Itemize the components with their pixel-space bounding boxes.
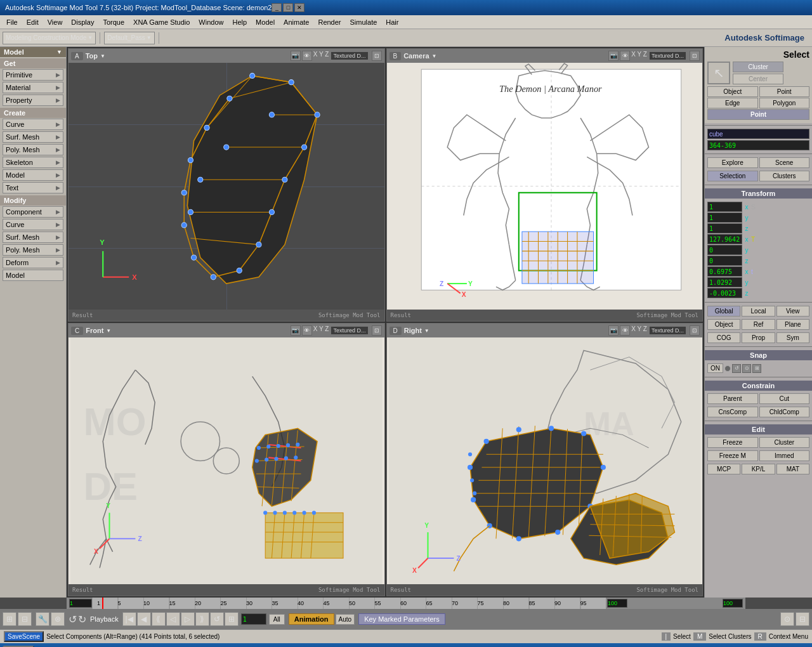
tz-t-input[interactable]: [707, 256, 742, 266]
menu-xna[interactable]: XNA Game Studio: [129, 17, 193, 27]
timeline-end-input[interactable]: [607, 599, 627, 608]
ty-input[interactable]: [707, 212, 742, 223]
poly-mesh-modify-button[interactable]: Poly. Mesh ▶: [3, 244, 63, 256]
viewport-camera-content[interactable]: The Demon | Arcana Manor Y: [387, 63, 703, 310]
curve-create-button[interactable]: Curve ▶: [3, 119, 63, 130]
global-button[interactable]: Global: [707, 306, 740, 317]
model-create-button[interactable]: Model ▶: [3, 169, 63, 181]
scene-button[interactable]: Scene: [759, 157, 810, 168]
camera-icon[interactable]: 📷: [291, 51, 301, 61]
ref-button[interactable]: Ref: [742, 319, 775, 330]
default-pass-dropdown[interactable]: Default_Pass ▼: [104, 32, 154, 44]
parent-button[interactable]: Parent: [707, 393, 758, 404]
view-button[interactable]: View: [776, 306, 809, 317]
ry-input[interactable]: [707, 277, 742, 287]
viewport-camera[interactable]: B Camera ▼ 📷 👁 X Y Z Textured D... ⊡: [386, 48, 704, 322]
plane-button[interactable]: Plane: [776, 319, 809, 330]
sym-button[interactable]: Sym: [776, 332, 809, 343]
menu-file[interactable]: File: [3, 17, 22, 27]
snap-icon-1[interactable]: ⊙: [742, 364, 751, 373]
object-ref-button[interactable]: Object: [707, 319, 740, 330]
object-name-input[interactable]: [707, 129, 809, 139]
cog-button[interactable]: COG: [707, 332, 740, 343]
prop-button[interactable]: Prop: [742, 332, 775, 343]
menu-render[interactable]: Render: [314, 17, 344, 27]
component-button[interactable]: Component ▶: [3, 206, 63, 218]
forward-icon[interactable]: ↻: [78, 613, 86, 625]
freeze-m-button[interactable]: Freeze M: [707, 450, 758, 461]
menu-hair[interactable]: Hair: [382, 17, 402, 27]
surf-mesh-modify-button[interactable]: Surf. Mesh ▶: [3, 232, 63, 243]
surf-mesh-create-button[interactable]: Surf. Mesh ▶: [3, 131, 63, 143]
menu-display[interactable]: Display: [67, 17, 98, 27]
rx-input[interactable]: [707, 266, 742, 277]
cluster2-button[interactable]: Cluster: [759, 437, 810, 448]
modeling-mode-dropdown[interactable]: Modeling Construction Mode ▼: [3, 32, 96, 44]
mat-button[interactable]: MAT: [776, 464, 809, 474]
menu-simulate[interactable]: Simulate: [346, 17, 381, 27]
polygon-button[interactable]: Polygon: [759, 98, 810, 108]
timeline-ruler-inner[interactable]: 1 5 10 15 20 25 30 35 40 45 50 55 60 65 …: [92, 598, 606, 609]
rz-input[interactable]: [707, 288, 742, 298]
coord-display-input[interactable]: [707, 140, 809, 150]
snap-rotate-icon[interactable]: ↺: [732, 364, 741, 373]
viewport-front-content[interactable]: MO DE: [69, 337, 384, 584]
tray-icon-1[interactable]: ⊙: [780, 612, 794, 626]
snap-on-button[interactable]: ON: [707, 363, 723, 373]
cnscomp-button[interactable]: CnsComp: [707, 407, 758, 417]
cut-button[interactable]: Cut: [759, 393, 810, 404]
clusters-button[interactable]: Clusters: [759, 171, 810, 181]
material-button[interactable]: Material ▶: [3, 82, 63, 93]
play-forward-button[interactable]: ▷: [181, 612, 195, 626]
expand4-icon[interactable]: ⊡: [690, 325, 700, 336]
viewport-right[interactable]: D Right ▼ 📷 👁 X Y Z Textured D... ⊡ MA: [386, 323, 704, 596]
menu-window[interactable]: Window: [195, 17, 227, 27]
point-button[interactable]: Point: [759, 86, 810, 97]
tool-btn-2[interactable]: ⊛: [51, 612, 65, 626]
skeleton-button[interactable]: Skeleton ▶: [3, 157, 63, 168]
viewport-top[interactable]: A Top ▼ 📷 👁 X Y Z Textured D... ⊡: [68, 48, 385, 322]
viewport-top-content[interactable]: X Y: [69, 63, 384, 310]
eye-icon[interactable]: 👁: [302, 51, 312, 61]
save-scene-button[interactable]: SaveScene: [4, 631, 44, 642]
cluster-button[interactable]: Cluster: [733, 62, 783, 72]
play-back-fast-button[interactable]: ⟪: [152, 612, 166, 626]
primitive-button[interactable]: Primitive ▶: [3, 69, 63, 81]
tz-input[interactable]: [707, 223, 742, 233]
menu-edit[interactable]: Edit: [23, 17, 43, 27]
tx-t-input[interactable]: [707, 234, 742, 244]
close-button[interactable]: ✕: [294, 3, 304, 12]
select-cursor-icon[interactable]: ↖: [707, 62, 730, 84]
cycle-icon[interactable]: ↺: [69, 613, 77, 625]
snap-grid-icon[interactable]: ⊞: [752, 364, 761, 373]
maximize-button[interactable]: □: [283, 3, 293, 12]
object-button[interactable]: Object: [707, 86, 758, 97]
all-button[interactable]: All: [269, 614, 285, 625]
eye4-icon[interactable]: 👁: [620, 325, 630, 336]
text-button[interactable]: Text ▶: [3, 182, 63, 193]
eye3-icon[interactable]: 👁: [302, 325, 312, 336]
play-start-button[interactable]: |◀: [122, 612, 136, 626]
icon-btn-2[interactable]: ⊟: [18, 612, 32, 626]
selection-button[interactable]: Selection: [707, 171, 758, 181]
tray-icon-2[interactable]: ⊟: [796, 612, 809, 626]
play-loop-button[interactable]: ↺: [210, 612, 224, 626]
menu-torque[interactable]: Torque: [99, 17, 128, 27]
tool-btn-1[interactable]: 🔧: [36, 612, 49, 626]
key-marked-button[interactable]: Key Marked Parameters: [358, 613, 445, 625]
viewport-right-content[interactable]: MA: [387, 337, 703, 584]
play-forward-fast-button[interactable]: ⟫: [195, 612, 209, 626]
camera2-icon[interactable]: 📷: [608, 51, 619, 61]
play-prev-button[interactable]: ◁: [166, 612, 180, 626]
viewport-front[interactable]: C Front ▼ 📷 👁 X Y Z Textured D... ⊡ MO: [68, 323, 385, 596]
immed-button[interactable]: Immed: [759, 450, 810, 461]
poly-mesh-create-button[interactable]: Poly. Mesh ▶: [3, 144, 63, 155]
camera3-icon[interactable]: 📷: [291, 325, 301, 336]
local-button[interactable]: Local: [742, 306, 775, 317]
deform-button[interactable]: Deform ▶: [3, 257, 63, 268]
minimize-button[interactable]: _: [272, 3, 282, 12]
frame-input[interactable]: [241, 613, 266, 625]
point-wide-button[interactable]: Point: [707, 109, 809, 120]
auto-button[interactable]: Auto: [336, 614, 355, 625]
eye2-icon[interactable]: 👁: [620, 51, 630, 61]
